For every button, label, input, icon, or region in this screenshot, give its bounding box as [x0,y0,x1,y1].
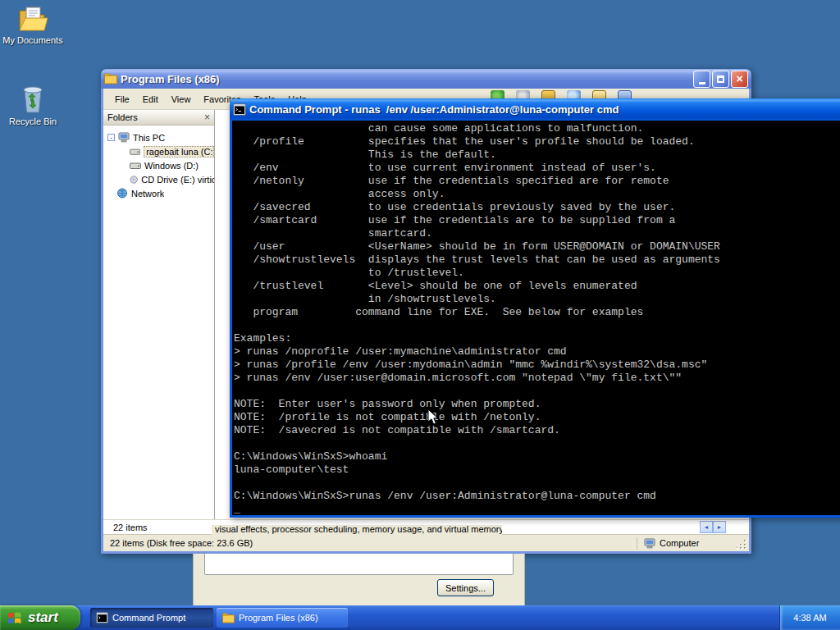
console-text: can cause some applications to malfuncti… [234,122,840,516]
maximize-button[interactable] [712,71,729,88]
system-properties-fragment: Settings... [193,554,525,608]
folders-close-icon[interactable]: × [204,113,210,121]
desktop-icon-my-documents[interactable]: My Documents [1,6,65,45]
tree-item-drive-c[interactable]: ragebait luna (C:) [103,144,214,158]
tree-item-label: CD Drive (E:) virtio-win [141,175,214,185]
folders-tree: - This PC ragebait luna (C: [103,126,214,200]
command-prompt-window: Command Prompt - runas /env /user:Admini… [230,98,840,518]
taskbar-button-program-files[interactable]: Program Files (x86) [217,608,348,628]
status-items-text: 22 items (Disk free space: 23.6 GB) [110,538,253,548]
tree-item-cd-drive[interactable]: CD Drive (E:) virtio-win [103,172,214,186]
dialog-groupbox [204,554,514,575]
drive-icon [130,148,140,156]
performance-group-fragment: visual effects, processor scheduling, me… [212,525,502,536]
start-button[interactable]: start [0,605,80,630]
computer-icon [644,538,655,549]
start-button-label: start [28,609,58,626]
network-icon [116,188,128,199]
taskbar-button-command-prompt[interactable]: Command Prompt [90,608,213,628]
tree-item-label: Windows (D:) [144,161,199,171]
tree-item-label: Network [131,189,164,199]
tree-item-label: ragebait luna (C:) [144,146,214,158]
command-prompt-titlebar[interactable]: Command Prompt - runas /env /user:Admini… [230,98,840,121]
performance-text: visual effects, processor scheduling, me… [215,525,502,534]
windows-flag-icon [7,610,24,626]
explorer-titlebar[interactable]: Program Files (x86) × [101,69,751,89]
mouse-cursor [427,409,440,426]
computer-icon [118,132,130,143]
explorer-title: Program Files (x86) [121,73,690,85]
taskbar: start Command Prompt Program Files (x86)… [0,605,840,630]
recycle-bin-icon [18,82,48,115]
explorer-statusbar: 22 items (Disk free space: 23.6 GB) Comp… [103,534,749,551]
minimize-button[interactable] [693,71,710,88]
folders-pane: Folders × - This PC [103,110,215,519]
taskbar-button-label: Command Prompt [112,613,185,623]
desktop-icon-recycle-bin[interactable]: Recycle Bin [1,82,65,126]
taskbar-clock[interactable]: 4:38 AM [793,613,826,623]
tree-item-this-pc[interactable]: - This PC [103,130,214,144]
command-prompt-icon [96,612,108,623]
system-tray: 4:38 AM [779,605,840,630]
status-zone: Computer [637,537,699,550]
horizontal-scrollbar[interactable]: ◄ ► [700,521,726,533]
resize-grip[interactable] [737,539,747,550]
folders-header-label: Folders [107,112,138,122]
desktop-icon-label: My Documents [1,35,65,45]
folders-header: Folders × [103,110,214,126]
scroll-right-icon[interactable]: ► [713,521,726,533]
drive-icon [130,162,141,170]
desktop-icon-label: Recycle Bin [1,116,65,126]
tree-item-label: This PC [133,133,165,143]
scroll-left-icon[interactable]: ◄ [700,521,713,533]
my-documents-icon [17,6,48,34]
settings-button[interactable]: Settings... [437,579,494,596]
menu-edit[interactable]: Edit [136,92,165,107]
tree-item-network[interactable]: Network [103,186,214,200]
command-prompt-icon [233,103,246,116]
folder-icon [222,613,235,623]
cd-drive-icon [130,175,138,185]
console-area[interactable]: can cause some applications to malfuncti… [230,121,840,518]
menu-file[interactable]: File [108,92,136,107]
menu-view[interactable]: View [165,92,198,107]
status-zone-label: Computer [660,538,699,548]
collapse-icon[interactable]: - [107,134,115,141]
command-prompt-title: Command Prompt - runas /env /user:Admini… [249,103,840,116]
tree-item-drive-d[interactable]: Windows (D:) [103,158,214,172]
folder-icon [104,73,117,84]
close-button[interactable]: × [731,71,748,88]
items-count: 22 items [113,523,148,532]
taskbar-button-label: Program Files (x86) [239,613,318,623]
